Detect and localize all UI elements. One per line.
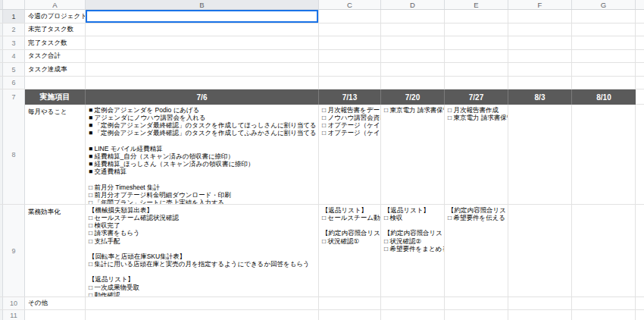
row-number-8[interactable]: 8 xyxy=(3,105,25,204)
cell-a2[interactable]: 未完了タスク数 xyxy=(25,24,86,36)
cell-c9-task-list[interactable]: 【返品リスト】 □ セールスチーム動作確認 【約定内容照合リスト】 □ 状況確認… xyxy=(319,205,381,296)
empty-cell[interactable] xyxy=(572,205,636,296)
empty-cell[interactable] xyxy=(508,205,572,296)
empty-cell[interactable] xyxy=(636,297,644,309)
empty-cell[interactable] xyxy=(636,310,644,320)
empty-cell[interactable] xyxy=(445,63,508,76)
empty-cell[interactable] xyxy=(572,297,636,309)
cell-b9-task-list[interactable]: 【機械損失額算出表】 □ セールスチーム確認状況確認 □ 検収完了 □ 請求書を… xyxy=(86,205,319,296)
empty-cell[interactable] xyxy=(572,50,636,62)
cell-a4[interactable]: タスク合計 xyxy=(25,50,86,62)
empty-cell[interactable] xyxy=(572,10,636,23)
row-number-5[interactable]: 5 xyxy=(3,63,25,76)
cell-b8-task-list[interactable]: ■ 定例会アジェンダを Podio にあげる ■ アジェンダにノウハウ講習会を入… xyxy=(86,105,319,204)
row-number-9[interactable]: 9 xyxy=(3,205,25,296)
cell-c8-task-list[interactable]: □ 月次報告書をデータ □ ノウハウ講習会資料 □ オプテージ（ケイ □ オプテ… xyxy=(319,105,381,204)
empty-cell[interactable] xyxy=(508,310,572,320)
empty-cell[interactable] xyxy=(319,10,381,23)
selected-cell-b1[interactable] xyxy=(86,10,319,23)
empty-cell[interactable] xyxy=(381,297,445,309)
column-header-b[interactable]: B xyxy=(86,0,319,9)
empty-cell[interactable] xyxy=(572,24,636,36)
date-header-8-10[interactable]: 8/10 xyxy=(572,89,636,105)
empty-cell[interactable] xyxy=(508,77,572,89)
empty-cell[interactable] xyxy=(445,10,508,23)
empty-cell[interactable] xyxy=(319,310,381,320)
date-header-7-27[interactable]: 7/27 xyxy=(445,89,508,105)
empty-cell[interactable] xyxy=(445,297,508,309)
empty-cell[interactable] xyxy=(86,50,319,62)
empty-cell[interactable] xyxy=(572,310,636,320)
empty-cell[interactable] xyxy=(445,50,508,62)
empty-cell[interactable] xyxy=(572,77,636,89)
column-header-c[interactable]: C xyxy=(319,0,381,9)
column-header-f[interactable]: F xyxy=(508,0,572,9)
row-number-3[interactable]: 3 xyxy=(3,36,25,49)
empty-cell[interactable] xyxy=(86,310,319,320)
date-header-7-20[interactable]: 7/20 xyxy=(381,89,445,105)
cell-a8-category[interactable]: 毎月やること xyxy=(25,105,86,204)
column-header-d[interactable]: D xyxy=(381,0,445,9)
empty-cell[interactable] xyxy=(572,105,636,204)
empty-cell[interactable] xyxy=(636,50,644,62)
cell-a1[interactable]: 今週のプロジェクト数 xyxy=(25,10,86,23)
empty-cell[interactable] xyxy=(508,297,572,309)
empty-cell[interactable] xyxy=(319,50,381,62)
row-number-6[interactable]: 6 xyxy=(3,77,25,89)
empty-cell[interactable] xyxy=(636,77,644,89)
empty-cell[interactable] xyxy=(508,50,572,62)
date-header-7-13[interactable]: 7/13 xyxy=(319,89,381,105)
row-number-2[interactable]: 2 xyxy=(3,24,25,36)
empty-cell[interactable] xyxy=(445,77,508,89)
row-number-10[interactable]: 10 xyxy=(3,297,25,309)
cell-a10-category[interactable]: その他 xyxy=(25,297,86,309)
select-all-corner[interactable] xyxy=(3,0,25,9)
empty-cell[interactable] xyxy=(445,36,508,49)
row-number-4[interactable]: 4 xyxy=(3,50,25,62)
empty-cell[interactable] xyxy=(319,297,381,309)
cell-a9-category[interactable]: 業務効率化 xyxy=(25,205,86,296)
cell-e8-task-list[interactable]: □ 月次報告書作成 □ 東京電力 請求書保管 xyxy=(445,105,508,204)
empty-cell[interactable] xyxy=(319,77,381,89)
empty-cell[interactable] xyxy=(86,77,319,89)
empty-cell[interactable] xyxy=(319,36,381,49)
cell-d9-task-list[interactable]: 【返品リスト】 □ 検収 【約定内容照合リスト】 □ 状況確認② □ 希望要件を… xyxy=(381,205,445,296)
column-header-g[interactable]: G xyxy=(572,0,636,9)
cell-e9-task-list[interactable]: 【約定内容照合リスト】 □ 希望要件を伝える xyxy=(445,205,508,296)
empty-cell[interactable] xyxy=(636,105,644,204)
cell-a7-schedule-title[interactable]: 実施項目 xyxy=(25,89,86,105)
column-header-partial[interactable] xyxy=(636,0,644,9)
empty-cell[interactable] xyxy=(636,24,644,36)
empty-cell[interactable] xyxy=(508,24,572,36)
cell-a3[interactable]: 完了タスク数 xyxy=(25,36,86,49)
empty-cell[interactable] xyxy=(508,10,572,23)
empty-cell[interactable] xyxy=(25,77,86,89)
empty-cell[interactable] xyxy=(636,10,644,23)
empty-cell[interactable] xyxy=(381,63,445,76)
empty-cell[interactable] xyxy=(86,63,319,76)
empty-cell[interactable] xyxy=(445,24,508,36)
empty-cell[interactable] xyxy=(445,310,508,320)
empty-cell[interactable] xyxy=(572,36,636,49)
empty-cell[interactable] xyxy=(86,297,319,309)
empty-cell[interactable] xyxy=(508,105,572,204)
empty-cell[interactable] xyxy=(381,77,445,89)
empty-cell[interactable] xyxy=(381,310,445,320)
row-number-7[interactable]: 7 xyxy=(3,89,25,105)
empty-cell[interactable] xyxy=(381,24,445,36)
empty-cell[interactable] xyxy=(508,63,572,76)
empty-cell[interactable] xyxy=(319,24,381,36)
empty-cell[interactable] xyxy=(381,10,445,23)
empty-cell[interactable] xyxy=(636,63,644,76)
empty-cell[interactable] xyxy=(636,89,644,105)
empty-cell[interactable] xyxy=(636,205,644,296)
row-number-1[interactable]: 1 xyxy=(3,10,25,23)
empty-cell[interactable] xyxy=(86,36,319,49)
date-header-7-6[interactable]: 7/6 xyxy=(86,89,319,105)
date-header-8-3[interactable]: 8/3 xyxy=(508,89,572,105)
empty-cell[interactable] xyxy=(381,50,445,62)
empty-cell[interactable] xyxy=(86,24,319,36)
cell-d8-task-list[interactable]: □ 東京電力 請求書保管 xyxy=(381,105,445,204)
column-header-a[interactable]: A xyxy=(25,0,86,9)
empty-cell[interactable] xyxy=(381,36,445,49)
